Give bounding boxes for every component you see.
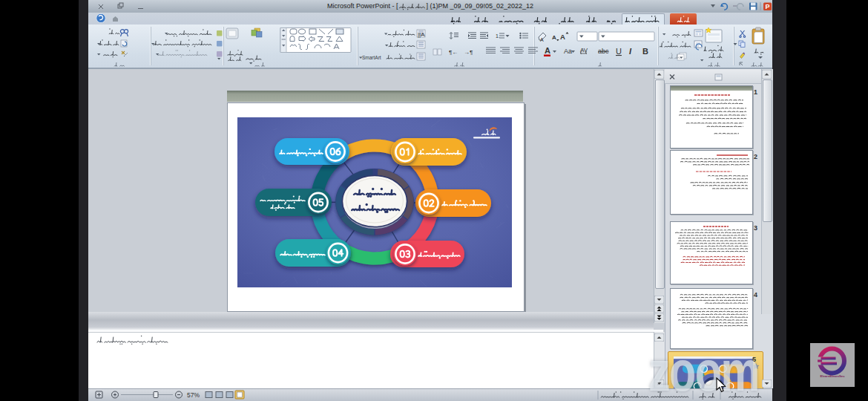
svg-text:ElearnElearnSec: ElearnElearnSec	[820, 374, 845, 378]
